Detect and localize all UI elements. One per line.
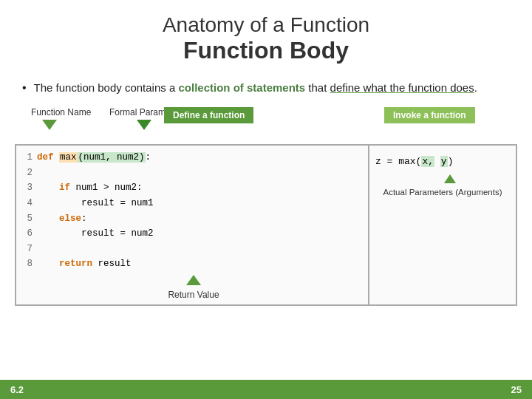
- title-line1: Anatomy of a Function: [15, 13, 517, 37]
- code-line-5: 5 else:: [19, 211, 368, 227]
- footer-right: 25: [511, 384, 522, 395]
- bullet-text: The function body contains a collection …: [34, 81, 477, 94]
- return-arrow: [186, 275, 201, 285]
- code-line-7: 7: [19, 242, 368, 257]
- code-line-3: 3 if num1 > num2:: [19, 180, 368, 196]
- return-value-area: Return Value: [19, 275, 368, 300]
- return-value-label: Return Value: [19, 290, 368, 300]
- tab-invoke: Invoke a function: [384, 107, 475, 123]
- code-line-1: 1 def max(num1, num2):: [19, 150, 368, 166]
- define-panel: 1 def max(num1, num2): 2 3 if num1 > num…: [15, 144, 369, 306]
- footer-left: 6.2: [10, 384, 24, 395]
- title-line2: Function Body: [15, 37, 517, 64]
- bottom-bar: 6.2 25: [0, 380, 532, 399]
- code-line-6: 6 result = num2: [19, 226, 368, 242]
- formal-params-arrow: [137, 120, 151, 133]
- code-line-2: 2: [19, 166, 368, 181]
- code-line-8: 8 return result: [19, 256, 368, 272]
- actual-params-arrow-area: [369, 173, 516, 186]
- actual-params-arrow: [444, 174, 456, 183]
- code-line-4: 4 result = num1: [19, 196, 368, 211]
- invoke-code: z = max(x, y): [369, 146, 516, 173]
- actual-params-label: Actual Parameters (Arguments): [369, 186, 516, 202]
- tab-define: Define a function: [164, 107, 253, 123]
- fn-name-arrow: [42, 120, 57, 133]
- function-name-label: Function Name: [31, 107, 91, 117]
- bullet-icon: •: [22, 81, 27, 94]
- invoke-panel: z = max(x, y) Actual Parameters (Argumen…: [369, 144, 517, 306]
